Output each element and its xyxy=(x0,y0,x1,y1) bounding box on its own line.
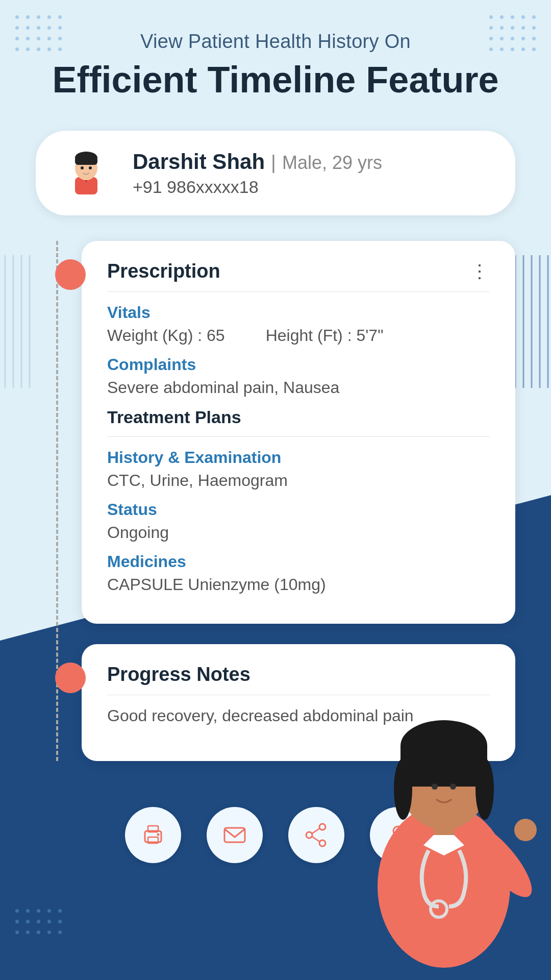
avatar xyxy=(58,145,114,201)
divider-1 xyxy=(107,291,490,292)
svg-line-25 xyxy=(312,828,320,834)
timeline-dot-progress xyxy=(55,663,86,693)
svg-point-41 xyxy=(514,819,537,841)
dot-grid-bottom-left xyxy=(15,909,62,934)
svg-point-35 xyxy=(432,783,438,790)
svg-point-20 xyxy=(157,834,160,836)
timeline-dot-prescription xyxy=(55,259,86,290)
print-button[interactable] xyxy=(125,807,181,863)
complaints-label: Complaints xyxy=(107,355,490,374)
patient-phone: +91 986xxxxx18 xyxy=(133,177,493,197)
vitals-row: Weight (Kg) : 65 Height (Ft) : 5'7" xyxy=(107,326,490,345)
svg-line-26 xyxy=(312,837,320,842)
email-button[interactable] xyxy=(207,807,263,863)
history-label: History & Examination xyxy=(107,448,490,467)
vitals-label: Vitals xyxy=(107,303,490,322)
svg-point-33 xyxy=(394,758,412,820)
timeline-item-prescription: Prescription ⋮ Vitals Weight (Kg) : 65 H… xyxy=(82,241,515,624)
medicines-label: Medicines xyxy=(107,552,490,571)
treatment-label: Treatment Plans xyxy=(107,407,490,427)
patient-separator: | xyxy=(271,152,276,174)
svg-rect-14 xyxy=(75,157,97,165)
svg-point-36 xyxy=(450,783,456,790)
divider-2 xyxy=(107,436,490,437)
svg-point-15 xyxy=(81,166,84,169)
doctor-illustration xyxy=(337,672,551,980)
patient-name: Darshit Shah xyxy=(133,150,265,174)
medicines-value: CAPSULE Unienzyme (10mg) xyxy=(107,575,490,594)
svg-point-16 xyxy=(89,166,92,169)
patient-card: Darshit Shah | Male, 29 yrs +91 986xxxxx… xyxy=(36,131,515,215)
hero-title: Efficient Timeline Feature xyxy=(36,60,515,100)
prescription-title: Prescription xyxy=(107,260,220,282)
svg-point-24 xyxy=(306,832,312,838)
complaints-value: Severe abdominal pain, Nausea xyxy=(107,378,490,397)
svg-rect-21 xyxy=(224,828,245,842)
svg-point-23 xyxy=(319,840,325,846)
progress-title: Progress Notes xyxy=(107,664,251,685)
svg-rect-32 xyxy=(400,746,487,787)
status-value: Ongoing xyxy=(107,523,490,542)
status-label: Status xyxy=(107,500,490,519)
patient-gender-age: Male, 29 yrs xyxy=(282,152,382,174)
prescription-card-header: Prescription ⋮ xyxy=(107,260,490,282)
patient-info: Darshit Shah | Male, 29 yrs +91 986xxxxx… xyxy=(133,150,493,197)
weight-value: Weight (Kg) : 65 xyxy=(107,326,225,345)
svg-point-34 xyxy=(475,758,494,820)
history-value: CTC, Urine, Haemogram xyxy=(107,471,490,490)
share-button[interactable] xyxy=(288,807,344,863)
height-value: Height (Ft) : 5'7" xyxy=(266,326,384,345)
svg-point-22 xyxy=(319,824,325,830)
more-options-icon[interactable]: ⋮ xyxy=(470,261,490,282)
prescription-card: Prescription ⋮ Vitals Weight (Kg) : 65 H… xyxy=(82,241,515,624)
hero-subtitle: View Patient Health History On xyxy=(36,31,515,53)
